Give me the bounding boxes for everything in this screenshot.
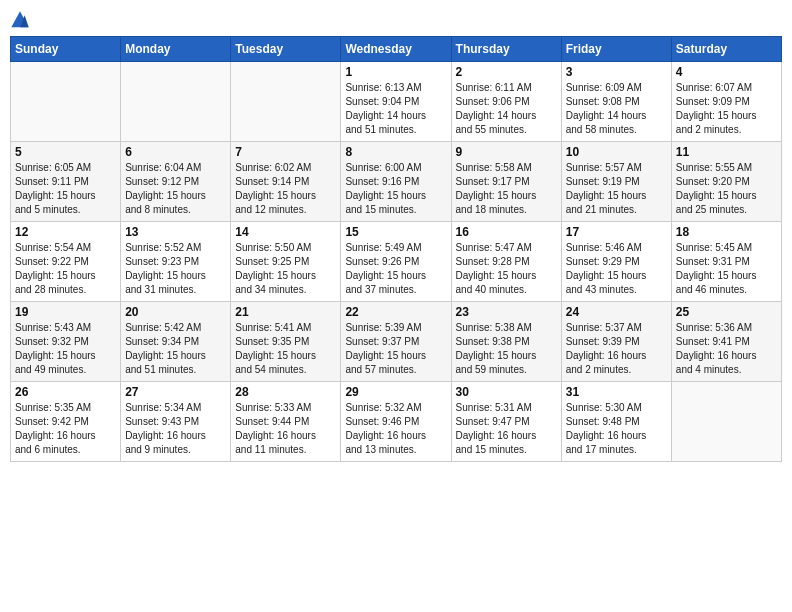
day-info: Sunrise: 5:38 AM Sunset: 9:38 PM Dayligh… bbox=[456, 321, 557, 377]
day-number: 21 bbox=[235, 305, 336, 319]
day-info: Sunrise: 6:11 AM Sunset: 9:06 PM Dayligh… bbox=[456, 81, 557, 137]
calendar-cell: 29Sunrise: 5:32 AM Sunset: 9:46 PM Dayli… bbox=[341, 382, 451, 462]
calendar-cell: 10Sunrise: 5:57 AM Sunset: 9:19 PM Dayli… bbox=[561, 142, 671, 222]
day-info: Sunrise: 6:02 AM Sunset: 9:14 PM Dayligh… bbox=[235, 161, 336, 217]
calendar-cell bbox=[671, 382, 781, 462]
day-info: Sunrise: 5:43 AM Sunset: 9:32 PM Dayligh… bbox=[15, 321, 116, 377]
calendar-cell: 28Sunrise: 5:33 AM Sunset: 9:44 PM Dayli… bbox=[231, 382, 341, 462]
day-number: 18 bbox=[676, 225, 777, 239]
day-number: 27 bbox=[125, 385, 226, 399]
calendar-cell: 2Sunrise: 6:11 AM Sunset: 9:06 PM Daylig… bbox=[451, 62, 561, 142]
day-number: 11 bbox=[676, 145, 777, 159]
calendar-cell: 5Sunrise: 6:05 AM Sunset: 9:11 PM Daylig… bbox=[11, 142, 121, 222]
day-number: 14 bbox=[235, 225, 336, 239]
day-info: Sunrise: 6:05 AM Sunset: 9:11 PM Dayligh… bbox=[15, 161, 116, 217]
calendar-table: SundayMondayTuesdayWednesdayThursdayFrid… bbox=[10, 36, 782, 462]
day-number: 2 bbox=[456, 65, 557, 79]
calendar-cell: 8Sunrise: 6:00 AM Sunset: 9:16 PM Daylig… bbox=[341, 142, 451, 222]
day-number: 3 bbox=[566, 65, 667, 79]
day-number: 24 bbox=[566, 305, 667, 319]
day-number: 7 bbox=[235, 145, 336, 159]
calendar-cell bbox=[11, 62, 121, 142]
calendar-week-row: 19Sunrise: 5:43 AM Sunset: 9:32 PM Dayli… bbox=[11, 302, 782, 382]
weekday-header: Wednesday bbox=[341, 37, 451, 62]
calendar-cell: 9Sunrise: 5:58 AM Sunset: 9:17 PM Daylig… bbox=[451, 142, 561, 222]
calendar-cell: 23Sunrise: 5:38 AM Sunset: 9:38 PM Dayli… bbox=[451, 302, 561, 382]
calendar-cell: 12Sunrise: 5:54 AM Sunset: 9:22 PM Dayli… bbox=[11, 222, 121, 302]
day-info: Sunrise: 6:04 AM Sunset: 9:12 PM Dayligh… bbox=[125, 161, 226, 217]
day-number: 28 bbox=[235, 385, 336, 399]
day-info: Sunrise: 5:36 AM Sunset: 9:41 PM Dayligh… bbox=[676, 321, 777, 377]
calendar-cell: 3Sunrise: 6:09 AM Sunset: 9:08 PM Daylig… bbox=[561, 62, 671, 142]
calendar-cell: 25Sunrise: 5:36 AM Sunset: 9:41 PM Dayli… bbox=[671, 302, 781, 382]
calendar-cell: 30Sunrise: 5:31 AM Sunset: 9:47 PM Dayli… bbox=[451, 382, 561, 462]
day-number: 9 bbox=[456, 145, 557, 159]
day-number: 15 bbox=[345, 225, 446, 239]
weekday-header: Tuesday bbox=[231, 37, 341, 62]
day-number: 30 bbox=[456, 385, 557, 399]
weekday-header: Friday bbox=[561, 37, 671, 62]
calendar-week-row: 12Sunrise: 5:54 AM Sunset: 9:22 PM Dayli… bbox=[11, 222, 782, 302]
day-info: Sunrise: 5:58 AM Sunset: 9:17 PM Dayligh… bbox=[456, 161, 557, 217]
calendar-week-row: 5Sunrise: 6:05 AM Sunset: 9:11 PM Daylig… bbox=[11, 142, 782, 222]
day-info: Sunrise: 6:07 AM Sunset: 9:09 PM Dayligh… bbox=[676, 81, 777, 137]
day-info: Sunrise: 5:31 AM Sunset: 9:47 PM Dayligh… bbox=[456, 401, 557, 457]
weekday-header-row: SundayMondayTuesdayWednesdayThursdayFrid… bbox=[11, 37, 782, 62]
day-info: Sunrise: 5:52 AM Sunset: 9:23 PM Dayligh… bbox=[125, 241, 226, 297]
day-info: Sunrise: 5:49 AM Sunset: 9:26 PM Dayligh… bbox=[345, 241, 446, 297]
day-info: Sunrise: 5:41 AM Sunset: 9:35 PM Dayligh… bbox=[235, 321, 336, 377]
day-number: 12 bbox=[15, 225, 116, 239]
day-info: Sunrise: 5:54 AM Sunset: 9:22 PM Dayligh… bbox=[15, 241, 116, 297]
calendar-cell: 17Sunrise: 5:46 AM Sunset: 9:29 PM Dayli… bbox=[561, 222, 671, 302]
day-info: Sunrise: 6:13 AM Sunset: 9:04 PM Dayligh… bbox=[345, 81, 446, 137]
day-info: Sunrise: 5:33 AM Sunset: 9:44 PM Dayligh… bbox=[235, 401, 336, 457]
day-number: 20 bbox=[125, 305, 226, 319]
calendar-cell bbox=[231, 62, 341, 142]
day-number: 6 bbox=[125, 145, 226, 159]
day-info: Sunrise: 6:00 AM Sunset: 9:16 PM Dayligh… bbox=[345, 161, 446, 217]
calendar-cell: 16Sunrise: 5:47 AM Sunset: 9:28 PM Dayli… bbox=[451, 222, 561, 302]
day-number: 1 bbox=[345, 65, 446, 79]
calendar-cell: 18Sunrise: 5:45 AM Sunset: 9:31 PM Dayli… bbox=[671, 222, 781, 302]
day-info: Sunrise: 5:34 AM Sunset: 9:43 PM Dayligh… bbox=[125, 401, 226, 457]
day-info: Sunrise: 5:46 AM Sunset: 9:29 PM Dayligh… bbox=[566, 241, 667, 297]
calendar-cell: 22Sunrise: 5:39 AM Sunset: 9:37 PM Dayli… bbox=[341, 302, 451, 382]
day-info: Sunrise: 6:09 AM Sunset: 9:08 PM Dayligh… bbox=[566, 81, 667, 137]
day-number: 29 bbox=[345, 385, 446, 399]
calendar-cell: 6Sunrise: 6:04 AM Sunset: 9:12 PM Daylig… bbox=[121, 142, 231, 222]
calendar-cell: 4Sunrise: 6:07 AM Sunset: 9:09 PM Daylig… bbox=[671, 62, 781, 142]
calendar-cell: 19Sunrise: 5:43 AM Sunset: 9:32 PM Dayli… bbox=[11, 302, 121, 382]
calendar-week-row: 26Sunrise: 5:35 AM Sunset: 9:42 PM Dayli… bbox=[11, 382, 782, 462]
calendar-cell: 24Sunrise: 5:37 AM Sunset: 9:39 PM Dayli… bbox=[561, 302, 671, 382]
calendar-cell: 31Sunrise: 5:30 AM Sunset: 9:48 PM Dayli… bbox=[561, 382, 671, 462]
weekday-header: Monday bbox=[121, 37, 231, 62]
weekday-header: Thursday bbox=[451, 37, 561, 62]
day-number: 5 bbox=[15, 145, 116, 159]
day-number: 10 bbox=[566, 145, 667, 159]
calendar-cell: 26Sunrise: 5:35 AM Sunset: 9:42 PM Dayli… bbox=[11, 382, 121, 462]
calendar-cell: 20Sunrise: 5:42 AM Sunset: 9:34 PM Dayli… bbox=[121, 302, 231, 382]
day-info: Sunrise: 5:32 AM Sunset: 9:46 PM Dayligh… bbox=[345, 401, 446, 457]
day-number: 19 bbox=[15, 305, 116, 319]
day-info: Sunrise: 5:57 AM Sunset: 9:19 PM Dayligh… bbox=[566, 161, 667, 217]
calendar-cell: 27Sunrise: 5:34 AM Sunset: 9:43 PM Dayli… bbox=[121, 382, 231, 462]
day-info: Sunrise: 5:50 AM Sunset: 9:25 PM Dayligh… bbox=[235, 241, 336, 297]
day-info: Sunrise: 5:47 AM Sunset: 9:28 PM Dayligh… bbox=[456, 241, 557, 297]
day-number: 17 bbox=[566, 225, 667, 239]
day-info: Sunrise: 5:30 AM Sunset: 9:48 PM Dayligh… bbox=[566, 401, 667, 457]
logo bbox=[10, 10, 32, 30]
weekday-header: Sunday bbox=[11, 37, 121, 62]
calendar-cell: 11Sunrise: 5:55 AM Sunset: 9:20 PM Dayli… bbox=[671, 142, 781, 222]
day-info: Sunrise: 5:45 AM Sunset: 9:31 PM Dayligh… bbox=[676, 241, 777, 297]
day-info: Sunrise: 5:35 AM Sunset: 9:42 PM Dayligh… bbox=[15, 401, 116, 457]
calendar-cell: 21Sunrise: 5:41 AM Sunset: 9:35 PM Dayli… bbox=[231, 302, 341, 382]
day-number: 8 bbox=[345, 145, 446, 159]
day-info: Sunrise: 5:37 AM Sunset: 9:39 PM Dayligh… bbox=[566, 321, 667, 377]
page-header bbox=[10, 10, 782, 30]
calendar-week-row: 1Sunrise: 6:13 AM Sunset: 9:04 PM Daylig… bbox=[11, 62, 782, 142]
day-number: 13 bbox=[125, 225, 226, 239]
day-number: 4 bbox=[676, 65, 777, 79]
calendar-cell: 14Sunrise: 5:50 AM Sunset: 9:25 PM Dayli… bbox=[231, 222, 341, 302]
calendar-cell: 7Sunrise: 6:02 AM Sunset: 9:14 PM Daylig… bbox=[231, 142, 341, 222]
day-number: 23 bbox=[456, 305, 557, 319]
